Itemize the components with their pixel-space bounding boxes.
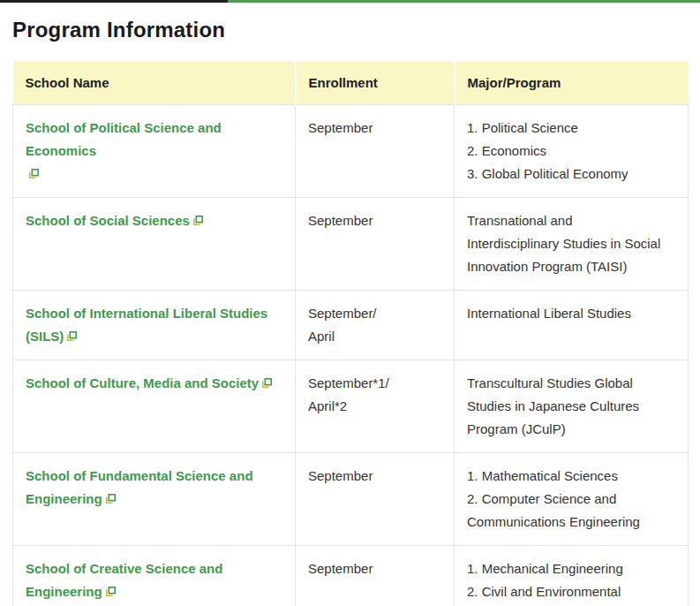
external-link-icon [262,378,272,388]
enrollment-cell: September [296,198,455,291]
school-link[interactable]: School of Culture, Media and Society [26,375,259,390]
table-body: School of Political Science and Economic… [13,105,689,606]
major-program-text: International Liberal Studies [467,306,631,321]
school-link[interactable]: School of International Liberal Studies … [26,306,267,344]
enrollment-cell: September [296,105,455,198]
major-program-cell: Transcultural Studies Global Studies in … [455,360,689,453]
table-header-row: School Name Enrollment Major/Program [13,61,689,105]
major-program-text: Transnational and Interdisciplinary Stud… [467,213,660,274]
major-program-text: Transcultural Studies Global Studies in … [467,375,639,436]
school-cell: School of International Liberal Studies … [13,291,296,360]
major-program-cell: International Liberal Studies [455,291,689,360]
table-row: School of Culture, Media and SocietySept… [13,360,689,453]
column-header-enrollment: Enrollment [296,61,455,105]
column-header-major-program: Major/Program [455,61,689,105]
school-cell: School of Culture, Media and Society [13,360,296,453]
school-cell: School of Fundamental Science and Engine… [13,453,296,546]
school-cell: School of Creative Science and Engineeri… [13,546,296,606]
accent-bar [0,0,700,3]
school-cell: School of Social Sciences [13,198,296,291]
enrollment-text: September [308,468,373,483]
enrollment-cell: September [296,453,455,546]
external-link-icon [67,331,77,341]
table-row: School of Social SciencesSeptemberTransn… [13,198,689,291]
major-program-text: 1. Mechanical Engineering 2. Civil and E… [467,561,623,599]
external-link-icon [106,494,116,504]
external-link-icon [106,587,116,596]
enrollment-text: September [308,213,373,228]
major-program-cell: 1. Mechanical Engineering 2. Civil and E… [455,546,689,606]
enrollment-cell: September [296,546,455,606]
external-link-icon [29,169,39,178]
table-row: School of International Liberal Studies … [13,291,689,360]
enrollment-cell: September/ April [296,291,455,360]
table-row: School of Political Science and Economic… [13,105,689,198]
external-link-icon [193,216,203,225]
school-link[interactable]: School of Political Science and Economic… [26,120,222,158]
major-program-text: 1. Mathematical Sciences 2. Computer Sci… [467,468,640,529]
table-row: School of Fundamental Science and Engine… [13,453,689,546]
table-row: School of Creative Science and Engineeri… [13,546,689,606]
enrollment-cell: September*1/ April*2 [296,360,455,453]
enrollment-text: September [308,561,373,576]
major-program-cell: 1. Political Science 2. Economics 3. Glo… [455,105,689,198]
major-program-cell: 1. Mathematical Sciences 2. Computer Sci… [455,453,689,546]
accent-bar-dark-segment [0,0,228,3]
school-cell: School of Political Science and Economic… [13,105,296,198]
major-program-cell: Transnational and Interdisciplinary Stud… [455,198,689,291]
major-program-text: 1. Political Science 2. Economics 3. Glo… [467,120,628,181]
accent-bar-green-segment [228,0,700,3]
enrollment-text: September*1/ April*2 [308,375,389,413]
page-title: Program Information [12,19,688,41]
enrollment-text: September [308,120,373,135]
column-header-school-name: School Name [13,61,296,105]
school-link[interactable]: School of Fundamental Science and Engine… [26,468,253,506]
school-link[interactable]: School of Creative Science and Engineeri… [26,561,222,599]
program-information-table: School Name Enrollment Major/Program Sch… [12,61,689,606]
school-link[interactable]: School of Social Sciences [26,213,190,228]
enrollment-text: September/ April [308,306,377,344]
